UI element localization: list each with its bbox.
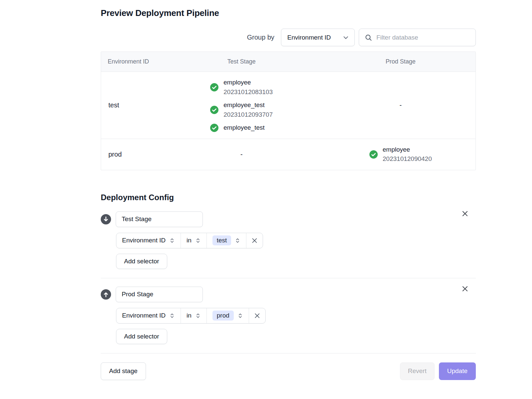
database-list: employee 20231012083103 employee_test 20…	[210, 78, 273, 133]
database-name: employee	[383, 145, 432, 155]
database-version: 20231012090420	[383, 154, 432, 164]
check-circle-icon	[210, 124, 218, 132]
database-item: employee_test 20231012093707	[210, 100, 273, 119]
preview-deployment-pipeline-page: Preview Deployment Pipeline Group by Env…	[101, 0, 476, 399]
table-row-test: test employee 20231012083103 employee_te…	[101, 71, 475, 139]
database-item: employee 20231012090420	[369, 145, 432, 164]
stage-name-input[interactable]	[116, 287, 203, 302]
environment-name: test	[101, 72, 157, 139]
check-circle-icon	[210, 106, 218, 114]
chevrons-up-down-icon	[195, 238, 201, 243]
database-name: employee_test	[223, 100, 273, 110]
remove-selector-button[interactable]	[249, 308, 265, 323]
selector-operator-value: in	[187, 312, 192, 319]
revert-button[interactable]: Revert	[400, 362, 435, 380]
group-by-select[interactable]: Environment ID	[281, 29, 355, 46]
selector-value-tag: prod	[212, 311, 234, 321]
empty-stage-dash: -	[399, 101, 402, 109]
database-item: employee_test	[210, 123, 265, 133]
config-stage-prod: Environment ID in prod Add selector	[101, 278, 476, 353]
config-stage-test: Environment ID in test Add selector	[101, 202, 476, 278]
empty-stage-dash: -	[240, 151, 243, 158]
pipeline-table: Environment ID Test Stage Prod Stage tes…	[101, 52, 476, 170]
chevrons-up-down-icon	[169, 238, 175, 243]
database-name: employee_test	[223, 123, 265, 133]
group-by-label: Group by	[247, 34, 274, 41]
chevrons-up-down-icon	[235, 238, 240, 243]
test-stage-cell: employee 20231012083103 employee_test 20…	[157, 72, 326, 139]
selector-key-dropdown[interactable]: Environment ID	[116, 233, 181, 248]
table-controls: Group by Environment ID	[101, 29, 476, 46]
column-header-test-stage: Test Stage	[157, 52, 326, 71]
add-selector-button[interactable]: Add selector	[116, 329, 167, 344]
remove-stage-button[interactable]	[461, 210, 468, 217]
config-footer: Add stage Revert Update	[101, 362, 476, 399]
selector-rule: Environment ID in test	[116, 233, 263, 248]
remove-selector-button[interactable]	[246, 233, 263, 248]
selector-key-dropdown[interactable]: Environment ID	[116, 308, 181, 323]
update-button[interactable]: Update	[439, 362, 476, 380]
close-icon	[254, 313, 260, 319]
selector-operator-dropdown[interactable]: in	[181, 233, 206, 248]
selector-operator-value: in	[187, 237, 192, 244]
column-header-prod-stage: Prod Stage	[326, 52, 475, 71]
search-icon	[364, 34, 372, 42]
arrow-down-circle-icon	[101, 214, 111, 224]
selector-key-value: Environment ID	[122, 237, 166, 244]
add-stage-button[interactable]: Add stage	[101, 362, 146, 380]
table-row-prod: prod - employee 20231012090420	[101, 139, 475, 170]
deployment-config-title: Deployment Config	[101, 193, 476, 202]
group-by-selected-value: Environment ID	[287, 34, 331, 41]
chevrons-up-down-icon	[169, 313, 175, 319]
database-list: employee 20231012090420	[369, 145, 432, 164]
stage-name-input[interactable]	[116, 211, 203, 227]
database-version: 20231012083103	[223, 87, 273, 97]
selector-rule: Environment ID in prod	[116, 308, 266, 324]
database-version: 20231012093707	[223, 110, 273, 120]
add-selector-button[interactable]: Add selector	[116, 254, 167, 269]
chevrons-up-down-icon	[237, 313, 243, 319]
prod-stage-cell: employee 20231012090420	[326, 139, 475, 170]
selector-value-dropdown[interactable]: prod	[206, 308, 249, 323]
database-item: employee 20231012083103	[210, 78, 273, 97]
filter-database-box	[359, 29, 476, 46]
page-title: Preview Deployment Pipeline	[101, 8, 476, 18]
selector-operator-dropdown[interactable]: in	[181, 308, 206, 323]
selector-value-dropdown[interactable]: test	[206, 233, 246, 248]
chevron-down-icon	[342, 34, 349, 41]
close-icon	[251, 237, 258, 244]
test-stage-cell: -	[157, 139, 326, 170]
check-circle-icon	[369, 150, 378, 159]
database-name: employee	[223, 78, 273, 87]
prod-stage-cell: -	[326, 72, 475, 139]
selector-value-tag: test	[212, 235, 231, 245]
column-header-environment-id: Environment ID	[101, 52, 157, 71]
arrow-up-circle-icon	[101, 289, 111, 300]
chevrons-up-down-icon	[195, 313, 201, 319]
filter-database-input[interactable]	[376, 34, 470, 41]
selector-key-value: Environment ID	[122, 312, 166, 319]
environment-name: prod	[101, 139, 157, 170]
check-circle-icon	[210, 83, 218, 91]
pipeline-table-header: Environment ID Test Stage Prod Stage	[101, 52, 475, 71]
remove-stage-button[interactable]	[461, 285, 468, 293]
